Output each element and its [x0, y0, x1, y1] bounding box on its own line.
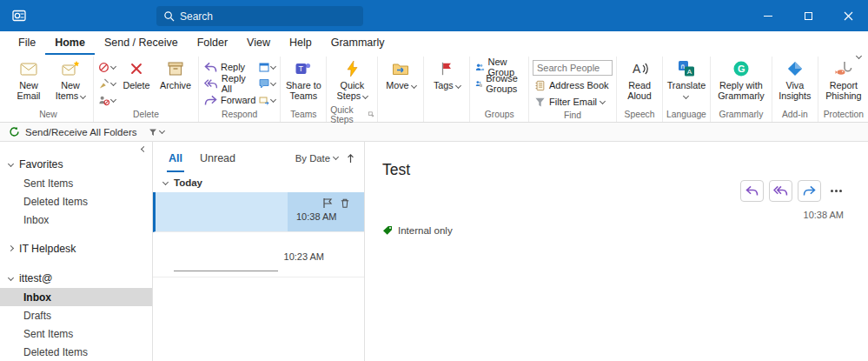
new-group-icon: [475, 61, 484, 73]
sensitivity-label[interactable]: Internal only: [382, 225, 453, 236]
email-time: 10:38 AM: [288, 209, 364, 222]
read-aloud-button[interactable]: A Read Aloud: [620, 57, 659, 102]
new-email-button[interactable]: New Email: [7, 57, 50, 102]
forward-button[interactable]: [798, 180, 821, 202]
browse-groups-label: Browse Groups: [486, 73, 523, 94]
filter-tab-all[interactable]: All: [167, 144, 184, 172]
helpdesk-account-header[interactable]: IT Helpdesk: [0, 238, 152, 258]
im-button[interactable]: [258, 77, 276, 90]
delete-icon[interactable]: [340, 197, 350, 209]
new-items-label: New Items: [52, 80, 89, 102]
svg-text:A: A: [633, 62, 641, 76]
reply-label: Reply: [221, 62, 245, 72]
search-input[interactable]: [180, 10, 356, 23]
reply-with-grammarly-button[interactable]: G Reply with Grammarly: [714, 57, 768, 102]
send-receive-label[interactable]: Send/Receive All Folders: [25, 127, 136, 137]
browse-groups-icon: [475, 77, 482, 90]
block-sender-icon: [98, 95, 109, 106]
account-section-header[interactable]: ittest@: [0, 268, 152, 288]
tab-grammarly[interactable]: Grammarly: [321, 31, 394, 55]
group-label-protection: Protection: [824, 107, 864, 122]
chevron-down-icon: [80, 93, 86, 99]
browse-groups-button[interactable]: Browse Groups: [474, 77, 525, 90]
dialog-launcher-icon[interactable]: [368, 110, 374, 118]
email-list-item-2[interactable]: 10:23 AM: [153, 232, 364, 277]
reply-button[interactable]: [740, 180, 764, 202]
close-button[interactable]: [828, 0, 868, 31]
folder-drafts[interactable]: Drafts: [0, 306, 152, 324]
search-people-input[interactable]: [533, 60, 613, 76]
block-sender-button[interactable]: [97, 93, 116, 107]
report-phishing-button[interactable]: Report Phishing: [822, 57, 865, 102]
tags-button[interactable]: Tags: [427, 57, 466, 90]
filter-email-button[interactable]: Filter Email: [533, 95, 613, 109]
main-content: Favorites Sent Items Deleted Items Inbox…: [0, 142, 868, 361]
reading-pane: Test 10:38 AM Internal only: [365, 142, 868, 361]
filter-email-label: Filter Email: [549, 97, 597, 107]
reply-button[interactable]: Reply: [202, 60, 257, 74]
favorites-header-label: Favorites: [19, 158, 63, 170]
delete-button[interactable]: Delete: [117, 57, 156, 90]
tab-folder[interactable]: Folder: [188, 31, 237, 55]
reply-all-button[interactable]: Reply All: [202, 77, 257, 90]
email-list-item-1[interactable]: 10:38 AM: [153, 192, 364, 232]
favorite-folder-inbox[interactable]: Inbox: [0, 211, 152, 229]
quick-steps-button[interactable]: Quick Steps: [330, 57, 374, 102]
viva-insights-label: Viva Insights: [777, 80, 813, 102]
folder-sent-items[interactable]: Sent Items: [0, 324, 152, 343]
filter-icon: [149, 128, 157, 137]
address-book-button[interactable]: Address Book: [533, 78, 613, 92]
clean-up-button[interactable]: [97, 77, 116, 90]
reply-all-button[interactable]: [769, 180, 792, 202]
ribbon-group-addin: Viva Insights Add-in: [772, 57, 818, 122]
sort-direction-button[interactable]: [346, 153, 355, 164]
ribbon-group-groups: New Group Browse Groups Groups: [470, 57, 529, 122]
tab-view[interactable]: View: [237, 31, 280, 55]
forward-button[interactable]: Forward: [202, 93, 257, 107]
archive-button[interactable]: Archive: [156, 57, 195, 90]
tab-help[interactable]: Help: [280, 31, 321, 55]
tab-home[interactable]: Home: [45, 31, 95, 55]
quick-steps-label: Quick Steps: [331, 80, 373, 102]
group-label-delete: Delete: [133, 107, 159, 122]
tab-file[interactable]: File: [9, 31, 45, 55]
flag-icon[interactable]: [322, 197, 333, 209]
maximize-button[interactable]: [788, 0, 828, 31]
share-to-teams-button[interactable]: T Share to Teams: [284, 57, 322, 102]
share-to-teams-label: Share to Teams: [285, 80, 321, 102]
move-button[interactable]: Move: [381, 57, 420, 90]
folder-filter-button[interactable]: [149, 128, 164, 137]
tab-send-receive[interactable]: Send / Receive: [95, 31, 188, 55]
translate-button[interactable]: ñA Translate: [667, 57, 706, 102]
ribbon-group-protection: Report Phishing Protection: [818, 57, 868, 122]
new-items-button[interactable]: New Items: [51, 57, 89, 102]
more-respond-button[interactable]: [258, 93, 276, 107]
email-time: 10:23 AM: [284, 251, 324, 262]
group-label-find: Find: [564, 109, 581, 122]
sort-by-date-button[interactable]: By Date: [295, 153, 338, 164]
viva-insights-button[interactable]: Viva Insights: [776, 57, 814, 102]
group-header-today[interactable]: Today: [153, 174, 364, 192]
chevron-down-icon: [683, 93, 689, 99]
favorites-section-header[interactable]: Favorites: [0, 154, 152, 174]
favorite-folder-sent-items[interactable]: Sent Items: [0, 174, 152, 192]
tags-icon: [439, 59, 454, 77]
folder-inbox[interactable]: Inbox: [0, 288, 152, 306]
meeting-icon: [259, 62, 269, 72]
new-group-button[interactable]: New Group: [474, 60, 525, 74]
group-label-new: New: [39, 107, 57, 122]
ignore-button[interactable]: [97, 60, 116, 74]
svg-text:A: A: [687, 68, 692, 76]
svg-text:T: T: [299, 64, 304, 73]
outlook-app-icon[interactable]: [10, 7, 28, 24]
titlebar-search[interactable]: [156, 6, 363, 26]
collapse-folder-pane-button[interactable]: [141, 146, 147, 152]
message-actions: [740, 180, 845, 202]
meeting-button[interactable]: [258, 60, 276, 74]
favorite-folder-deleted-items[interactable]: Deleted Items: [0, 192, 152, 211]
folder-deleted-items[interactable]: Deleted Items: [0, 343, 152, 361]
more-actions-button[interactable]: [826, 180, 845, 202]
ribbon-group-grammarly: G Reply with Grammarly Grammarly: [711, 57, 772, 122]
filter-tab-unread[interactable]: Unread: [198, 144, 237, 172]
minimize-button[interactable]: [748, 0, 788, 31]
